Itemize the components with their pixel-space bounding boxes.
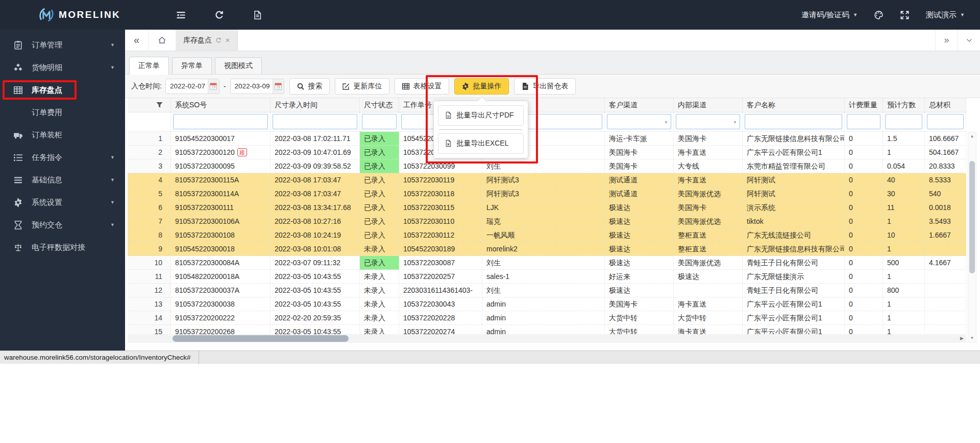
collapse-tabs-button[interactable]: «	[125, 30, 149, 51]
cell-customer_channel: 美国海卡	[605, 297, 674, 311]
cell-work_no: 1053722030112	[399, 228, 482, 242]
table-row[interactable]: 149105372202002222022-02-20 20:59:35未录入1…	[128, 311, 966, 325]
sidebar-item-appointment-delivery[interactable]: 预约交仓 ▼	[0, 214, 125, 236]
cell-charge_weight: 0	[845, 311, 883, 325]
menu-item-label: 批量导出尺寸PDF	[457, 111, 514, 120]
sidebar-item-order-loading[interactable]: 订单装柜	[0, 124, 125, 146]
tabs-menu-button[interactable]	[958, 30, 980, 51]
table-row[interactable]: 69105372203001112022-03-08 13:34:17.68已录…	[128, 201, 966, 215]
scroll-up-icon[interactable]: ▲	[968, 132, 976, 141]
export-storage-list-button[interactable]: 导出留仓表	[514, 78, 576, 95]
table-row[interactable]: 12810537220300037A2022-03-05 10:43:55未录入…	[128, 284, 966, 297]
table-row[interactable]: 139105372203000382022-03-05 10:43:55未录入1…	[128, 297, 966, 311]
sidebar-item-basic-info[interactable]: 基础信息 ▼	[0, 169, 125, 191]
cell-num: 13	[128, 297, 171, 311]
filter-cell-size_status	[360, 112, 399, 132]
filter-input-size_status[interactable]	[362, 114, 397, 129]
table-row[interactable]: 11910548220200018A2022-03-05 10:43:55未录入…	[128, 270, 966, 284]
invite-code-menu[interactable]: 邀请码/验证码 ▼	[801, 10, 857, 20]
table-icon	[13, 85, 23, 95]
calendar-icon[interactable]	[208, 79, 219, 94]
sidebar-item-label: 订单装柜	[32, 130, 62, 140]
column-header-entry_time: 尺寸录入时间	[271, 98, 360, 112]
vertical-scrollbar-thumb[interactable]	[969, 161, 975, 273]
table-settings-button[interactable]: 表格设置	[395, 78, 449, 95]
clipboard-icon	[13, 40, 23, 50]
batch-operations-dropdown: 批量导出尺寸PDF 批量导出EXCEL	[433, 101, 528, 158]
sidebar-item-task-orders[interactable]: 任务指令 ▼	[0, 146, 125, 169]
batch-operations-button[interactable]: 批量操作	[454, 78, 509, 95]
table-row[interactable]: 19105452203000172022-03-08 17:02:11.71已录…	[128, 132, 966, 146]
funnel-icon[interactable]	[156, 101, 163, 109]
cell-num: 7	[128, 215, 171, 228]
sidebar-item-inventory-check[interactable]: 库存盘点	[0, 79, 125, 101]
cell-work_no: 1053722030118	[399, 187, 482, 201]
scroll-down-icon[interactable]: ▼	[968, 334, 976, 342]
cell-work_no: 1054522030189	[399, 242, 482, 256]
tab-view-mode[interactable]: 视图模式	[215, 57, 262, 74]
collapse-sidebar-icon[interactable]	[176, 10, 186, 20]
date-to-field[interactable]: 2022-03-09	[230, 79, 284, 94]
table-row[interactable]: 99105452203000182022-03-08 10:01:08未录入10…	[128, 242, 966, 256]
table-row[interactable]: 10810537220300084A2022-03-07 09:11:32已录入…	[128, 256, 966, 270]
column-header-est_cbm: 预计方数	[883, 98, 925, 112]
tabs-forward-button[interactable]: »	[935, 30, 958, 51]
cell-customer_name: 广东无限链接演示	[743, 270, 845, 284]
tab-close-icon[interactable]: ✕	[225, 37, 230, 44]
table-row[interactable]: 5810537220300114A2022-03-08 17:03:47已录入1…	[128, 187, 966, 201]
search-button[interactable]: 搜索	[289, 78, 330, 95]
filter-input-est_cbm[interactable]	[885, 114, 922, 129]
cell-work_no: 1053722030119	[399, 173, 482, 187]
sidebar-item-label: 订单管理	[32, 40, 62, 50]
sidebar-item-system-settings[interactable]: 系统设置 ▼	[0, 191, 125, 214]
sidebar-item-order-management[interactable]: 订单管理 ▼	[0, 34, 125, 56]
cell-customer_channel: 极速达	[605, 256, 674, 270]
date-from-field[interactable]: 2022-02-07	[165, 79, 219, 94]
filter-input-entry_time[interactable]	[273, 114, 357, 129]
table-row[interactable]: 89105372203001082022-03-08 10:24:19已录入10…	[128, 228, 966, 242]
cell-internal_channel: 整柜直送	[674, 228, 743, 242]
cell-internal_channel: 海卡直送	[674, 146, 743, 159]
menu-item-batch-export-excel[interactable]: 批量导出EXCEL	[438, 133, 524, 154]
sidebar-item-order-fee[interactable]: 订单费用	[0, 101, 125, 124]
filter-input-so[interactable]	[173, 114, 268, 129]
cell-entry_time: 2022-03-05 10:43:55	[271, 270, 360, 284]
sidebar-item-escale-data[interactable]: 电子秤数据对接	[0, 236, 125, 259]
filter-input-charge_weight[interactable]	[847, 114, 880, 129]
theme-palette-icon[interactable]	[874, 10, 884, 20]
cell-customer_channel: 极速达	[605, 201, 674, 215]
filter-input-customer_channel[interactable]	[607, 114, 671, 129]
sidebar-item-cargo-detail[interactable]: 货物明细 ▼	[0, 56, 125, 79]
sidebar-item-label: 系统设置	[32, 198, 62, 207]
menu-item-batch-export-size-pdf[interactable]: 批量导出尺寸PDF	[438, 105, 524, 126]
document-icon[interactable]	[253, 10, 262, 20]
scroll-right-icon[interactable]: ▶	[958, 334, 966, 343]
filter-input-total_cbm[interactable]	[927, 114, 964, 129]
horizontal-scrollbar[interactable]: ▶	[128, 334, 966, 343]
cell-customer_name: 广东平云小匠有限公司1	[743, 146, 845, 159]
home-button[interactable]	[149, 30, 176, 51]
refresh-icon[interactable]	[214, 10, 224, 20]
cell-so: 910537220300120超	[171, 146, 271, 159]
cell-entry_time: 2022-03-09 09:39:58.52	[271, 159, 360, 173]
filter-input-internal_channel[interactable]	[676, 114, 740, 129]
tab-normal-orders[interactable]: 正常单	[129, 57, 169, 75]
table-row[interactable]: 39105372203000952022-03-09 09:39:58.52已录…	[128, 159, 966, 173]
sidebar-item-label: 库存盘点	[32, 85, 62, 95]
vertical-scrollbar[interactable]: ▲ ▼	[968, 132, 976, 343]
fullscreen-icon[interactable]	[900, 10, 910, 20]
filter-input-customer_name[interactable]	[745, 114, 842, 129]
user-menu[interactable]: 测试演示 ▼	[926, 10, 965, 20]
table-row[interactable]: 2910537220300120超2022-03-09 10:47:01.69已…	[128, 146, 966, 159]
cell-follower: admin	[482, 297, 605, 311]
horizontal-scrollbar-thumb[interactable]	[173, 335, 349, 342]
calendar-icon[interactable]	[273, 79, 284, 94]
cell-entry_time: 2022-03-08 17:03:47	[271, 187, 360, 201]
update-location-button[interactable]: 更新库位	[335, 78, 389, 95]
table-row[interactable]: 7910537220300106A2022-03-08 10:27:16已录入1…	[128, 215, 966, 228]
tab-abnormal-orders[interactable]: 异常单	[172, 57, 212, 74]
tab-refresh-icon[interactable]	[215, 37, 222, 43]
table-row[interactable]: 4810537220300115A2022-03-08 17:03:47已录入1…	[128, 173, 966, 187]
cell-so: 910537220300108	[171, 228, 271, 242]
page-tab-inventory-check[interactable]: 库存盘点 ✕	[176, 30, 238, 51]
